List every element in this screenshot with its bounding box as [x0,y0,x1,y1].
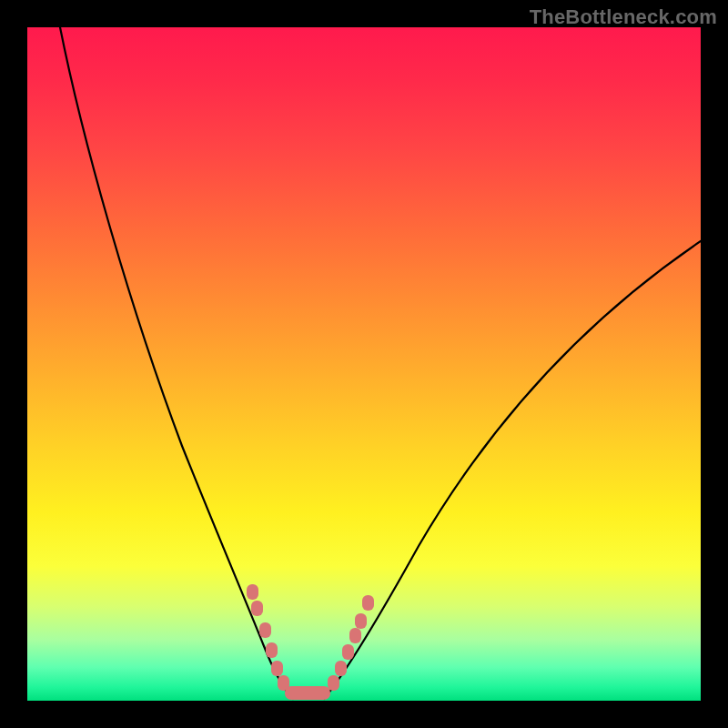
svg-rect-5 [278,675,289,691]
chart-frame: TheBottleneck.com [0,0,728,728]
svg-rect-7 [328,675,339,691]
svg-rect-10 [349,628,361,643]
right-curve [324,241,701,699]
left-curve [60,27,293,699]
svg-rect-0 [247,584,258,600]
watermark-text: TheBottleneck.com [530,5,717,29]
curves-svg [27,27,701,701]
marker-band [247,584,374,700]
svg-rect-3 [266,642,278,658]
svg-rect-12 [362,595,374,611]
svg-rect-4 [271,661,283,676]
svg-rect-9 [342,644,354,660]
svg-rect-1 [251,601,263,616]
svg-rect-2 [259,622,271,638]
svg-rect-11 [355,613,367,629]
svg-rect-8 [335,661,347,676]
plot-area [27,27,701,701]
svg-rect-6 [285,686,330,700]
